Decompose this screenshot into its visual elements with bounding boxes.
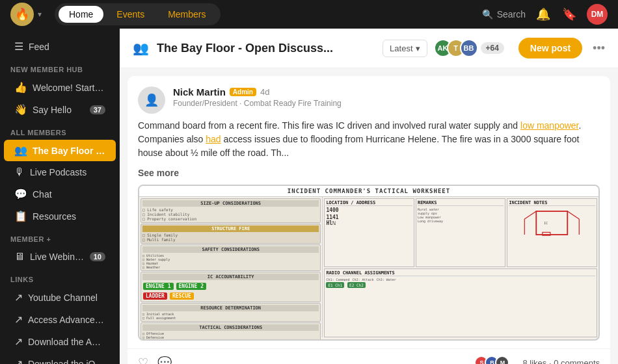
sidebar-android-label: Download the Android a... [28,337,105,347]
wave-icon: 👋 [14,103,27,116]
post-author-row: Nick Martin Admin 4d [173,86,600,98]
sidebar-chat-label: Chat [33,189,105,200]
sidebar-webinars-label: Live Webinars [30,252,85,262]
group-title: The Bay Floor - Open Discuss... [157,42,375,55]
post-author-name: Nick Martin [173,86,226,98]
svg-line-2 [568,211,580,219]
sort-button[interactable]: Latest ▾ [383,40,427,57]
say-hello-badge: 37 [90,105,105,114]
ws-section-resources: RESOURCE DETERMINATION □ Initial attack□… [141,303,321,322]
sketch-svg: IC [509,207,595,246]
post-author-avatar: 👤 [138,86,165,114]
sidebar-youtube-label: Youtube Channel [28,292,105,303]
sidebar-item-chat[interactable]: 💬 Chat [4,183,116,205]
resources-icon: 📋 [14,210,27,222]
microphone-icon: 🎙 [14,166,25,178]
webinar-icon: 🖥 [14,251,25,263]
post-card: 👤 Nick Martin Admin 4d Founder/President… [128,76,610,364]
post-footer-avatars: S B M [478,356,509,364]
sidebar-item-welcome[interactable]: 👍 Welcome! Start Here [4,77,116,98]
search-icon: 🔍 [482,9,493,20]
sidebar-advanced-label: Access Advanced Onlin... [28,315,105,325]
ws-section-tactical: TACTICAL CONSIDERATIONS □ Offensive□ Def… [141,322,321,341]
svg-rect-0 [537,211,568,235]
feed-icon: ☰ [14,40,23,53]
link-icon-3: ↗ [14,335,23,348]
sidebar-item-android[interactable]: ↗ Download the Android a... [4,331,116,352]
nav-link-home[interactable]: Home [59,6,103,23]
ws-section-size-up: SIZE-UP CONSIDERATIONS □ Life safety□ In… [141,198,321,223]
sidebar-item-live-podcasts[interactable]: 🎙 Live Podcasts [4,162,116,183]
post-meta: Nick Martin Admin 4d Founder/President ·… [173,86,600,108]
nav-link-members[interactable]: Members [157,6,216,23]
likes-count: 8 likes [522,358,546,365]
sidebar-welcome-label: Welcome! Start Here [33,83,105,93]
see-more-link[interactable]: See more [128,168,610,185]
nav-links: Home Events Members [55,3,221,25]
more-options-button[interactable]: ••• [593,42,605,55]
top-nav: 🔥 ▾ Home Events Members 🔍 Search 🔔 🔖 DM [0,0,618,29]
sidebar-item-feed[interactable]: ☰ Feed [4,36,116,57]
sidebar-feed-label: Feed [29,42,105,52]
worksheet-title: INCIDENT COMMANDER'S TACTICAL WORKSHEET [139,186,598,197]
member-avatars: AK T BB +64 [439,39,504,57]
user-avatar[interactable]: DM [587,4,608,25]
sidebar: ☰ Feed NEW MEMBER HUB 👍 Welcome! Start H… [0,29,120,364]
sidebar-item-live-webinars[interactable]: 🖥 Live Webinars 10 [4,246,116,267]
svg-text:IC: IC [544,222,548,225]
sidebar-item-ios[interactable]: ↗ Download the iOS app [4,353,116,364]
links-heading: Links [0,268,120,286]
nav-logo[interactable]: 🔥 [10,3,34,26]
bookmark-icon[interactable]: 🔖 [561,6,578,23]
like-icon[interactable]: ♡ [138,356,148,364]
sidebar-resources-label: Resources [33,211,105,222]
ws-section-accountability: IC ACCOUNTABILITY ENGINE 1 ENGINE 2 LADD… [141,272,321,302]
sidebar-item-say-hello[interactable]: 👋 Say Hello 37 [4,99,116,120]
member-count: +64 [481,42,504,54]
notification-icon[interactable]: 🔔 [535,6,552,23]
worksheet-left: SIZE-UP CONSIDERATIONS □ Life safety□ In… [139,197,323,337]
group-header: 👥 The Bay Floor - Open Discuss... Latest… [120,29,618,68]
post-subtitle: Founder/President · Combat Ready Fire Tr… [173,99,600,108]
admin-badge: Admin [230,88,256,96]
member-avatar-bb: BB [460,39,478,57]
comments-count: 0 comments [554,358,600,365]
nav-right: 🔍 Search 🔔 🔖 DM [482,4,608,25]
low-manpower-link[interactable]: low manpower [520,120,579,131]
had-access-link[interactable]: had [206,134,221,144]
sidebar-item-youtube[interactable]: ↗ Youtube Channel [4,287,116,308]
thumbs-up-icon: 👍 [14,81,27,94]
sidebar-say-hello-label: Say Hello [33,105,85,115]
post-footer: ♡ 💬 S B M 8 likes · 0 comments [128,348,610,364]
post-stats: 8 likes · 0 comments [522,358,600,365]
footer-avatar-m: M [495,356,509,364]
search-label: Search [497,9,526,20]
nav-link-events[interactable]: Events [106,6,155,23]
nav-logo-chevron[interactable]: ▾ [38,10,42,19]
link-icon: ↗ [14,291,23,304]
worksheet-body: SIZE-UP CONSIDERATIONS □ Life safety□ In… [139,197,598,337]
chat-icon: 💬 [14,188,27,200]
all-members-heading: All Members [0,121,120,139]
sort-label: Latest [390,44,412,53]
nav-search[interactable]: 🔍 Search [482,9,526,20]
post-header: 👤 Nick Martin Admin 4d Founder/President… [128,76,610,119]
worksheet-right: LOCATION / ADDRESS 1400 1141 Hlℕ REMARKS [323,197,598,337]
webinars-badge: 10 [90,252,105,261]
content-area: 👥 The Bay Floor - Open Discuss... Latest… [120,29,618,364]
ws-section-structure: STRUCTURE FIRE □ Single family□ Multi fa… [141,224,321,244]
new-post-button[interactable]: New post [518,38,582,58]
main-layout: ☰ Feed NEW MEMBER HUB 👍 Welcome! Start H… [0,29,618,364]
link-icon-4: ↗ [14,358,23,364]
sidebar-item-resources[interactable]: 📋 Resources [4,205,116,227]
sidebar-item-advanced[interactable]: ↗ Access Advanced Onlin... [4,309,116,330]
post-time: 4d [260,87,269,97]
sidebar-item-bay-floor[interactable]: 👥 The Bay Floor - Open Dis... [4,140,116,161]
member-plus-heading: Member + [0,228,120,246]
sidebar-bay-floor-label: The Bay Floor - Open Dis... [33,146,105,156]
sidebar-podcasts-label: Live Podcasts [30,167,105,177]
sidebar-ios-label: Download the iOS app [28,359,105,365]
dot-separator: · [549,358,552,365]
comment-icon[interactable]: 💬 [157,356,172,364]
worksheet-image: INCIDENT COMMANDER'S TACTICAL WORKSHEET … [138,185,600,341]
